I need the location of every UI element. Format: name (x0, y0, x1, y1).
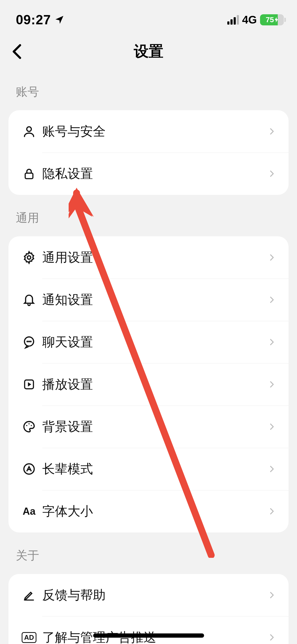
row-general-settings[interactable]: 通用设置 (8, 236, 289, 279)
status-time: 09:27 (16, 12, 51, 27)
lock-icon (22, 167, 36, 180)
chevron-right-icon (268, 170, 276, 178)
row-playback-settings[interactable]: 播放设置 (8, 363, 289, 406)
svg-point-11 (31, 425, 32, 426)
row-account-security[interactable]: 账号与安全 (8, 110, 289, 153)
row-label: 反馈与帮助 (40, 587, 268, 604)
status-bar: 09:27 4G 75 (0, 0, 297, 34)
row-background-settings[interactable]: 背景设置 (8, 406, 289, 448)
chevron-left-icon (11, 44, 23, 59)
chat-icon (22, 335, 36, 349)
network-label: 4G (242, 13, 257, 26)
person-icon (22, 125, 36, 138)
cellular-signal-icon (227, 15, 239, 25)
palette-icon (22, 420, 36, 434)
row-feedback[interactable]: 反馈与帮助 (8, 574, 289, 616)
row-label: 播放设置 (40, 376, 268, 393)
page-title: 设置 (0, 42, 297, 62)
row-font-size[interactable]: Aa 字体大小 (8, 490, 289, 532)
back-button[interactable] (11, 44, 26, 59)
svg-point-0 (27, 127, 31, 131)
svg-point-10 (29, 423, 30, 424)
row-ads[interactable]: AD 了解与管理广告推送 (8, 616, 289, 644)
row-notification-settings[interactable]: 通知设置 (8, 279, 289, 321)
chevron-right-icon (268, 338, 276, 346)
section-header-general: 通用 (0, 195, 297, 236)
bell-icon (22, 293, 36, 307)
svg-point-5 (29, 341, 29, 342)
battery-level: 75 (266, 16, 274, 24)
group-general: 通用设置 通知设置 聊天设置 播放设置 背景设置 长辈模式 (8, 236, 289, 532)
chevron-right-icon (268, 296, 276, 304)
row-label: 账号与安全 (40, 123, 268, 140)
row-label: 通用设置 (40, 249, 268, 266)
row-label: 背景设置 (40, 418, 268, 435)
row-label: 字体大小 (40, 503, 268, 520)
svg-point-2 (27, 256, 31, 259)
battery-icon: 75 (260, 14, 284, 25)
section-header-account: 账号 (0, 69, 297, 110)
pencil-icon (22, 588, 36, 602)
row-label: 隐私设置 (40, 165, 268, 182)
svg-point-9 (26, 425, 27, 426)
chevron-right-icon (268, 507, 276, 515)
font-size-icon: Aa (23, 506, 36, 517)
row-label: 通知设置 (40, 291, 268, 308)
chevron-right-icon (268, 465, 276, 473)
row-elder-mode[interactable]: 长辈模式 (8, 448, 289, 490)
group-account: 账号与安全 隐私设置 (8, 110, 289, 195)
status-left: 09:27 (16, 12, 65, 27)
chevron-right-icon (268, 127, 276, 135)
gear-icon (22, 251, 36, 264)
nav-bar: 设置 (0, 34, 297, 69)
svg-rect-1 (25, 173, 33, 179)
row-label: 聊天设置 (40, 334, 268, 351)
section-header-about: 关于 (0, 532, 297, 574)
ad-icon: AD (22, 632, 36, 643)
chevron-right-icon (268, 254, 276, 261)
home-indicator[interactable] (93, 633, 204, 638)
row-chat-settings[interactable]: 聊天设置 (8, 321, 289, 363)
row-privacy[interactable]: 隐私设置 (8, 153, 289, 195)
play-icon (22, 378, 36, 391)
svg-point-6 (30, 341, 31, 342)
row-label: 长辈模式 (40, 461, 268, 477)
chevron-right-icon (268, 423, 276, 431)
chevron-right-icon (268, 633, 276, 641)
chevron-right-icon (268, 591, 276, 599)
status-right: 4G 75 (227, 13, 284, 26)
accessibility-icon (22, 462, 36, 476)
location-icon (54, 15, 65, 25)
svg-point-4 (27, 341, 27, 342)
chevron-right-icon (268, 380, 276, 388)
svg-marker-8 (28, 382, 31, 387)
